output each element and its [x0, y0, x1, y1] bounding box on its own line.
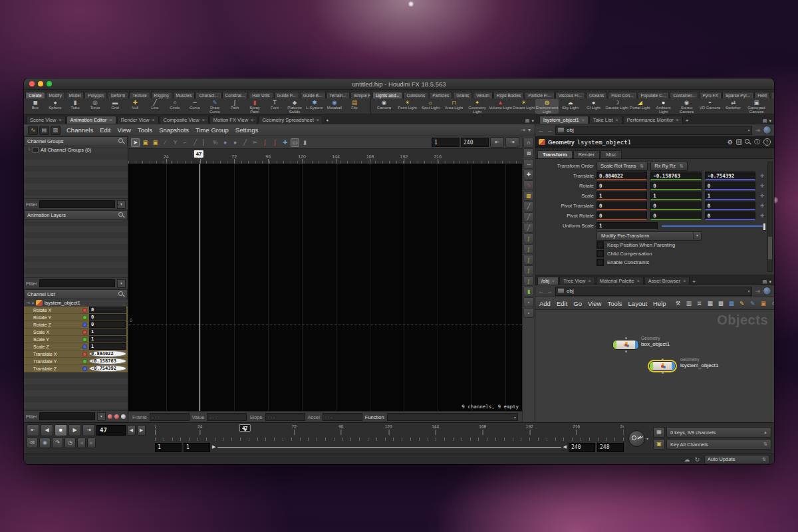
- z-value-field[interactable]: 0: [705, 182, 755, 190]
- shelf-tab[interactable]: Sparse Pyr...: [722, 92, 753, 98]
- stop-button[interactable]: ■: [55, 424, 67, 436]
- shelf-tab[interactable]: Polygon: [84, 92, 107, 98]
- pane-menu-icon[interactable]: ▾: [528, 127, 531, 133]
- shelf-tool[interactable]: ✚ Null: [125, 99, 145, 114]
- flatten-out-icon[interactable]: ʃ: [271, 138, 279, 147]
- snap-grid-icon[interactable]: ▭: [291, 138, 299, 147]
- path-field[interactable]: obj ▾: [555, 126, 752, 135]
- pane-tab[interactable]: Tree View ×: [559, 277, 595, 285]
- filter-dropdown-icon[interactable]: ▾: [97, 412, 106, 421]
- checkbox[interactable]: [597, 259, 604, 266]
- shelf-tool[interactable]: ◓ VR Camera: [698, 99, 722, 114]
- search-icon[interactable]: [745, 139, 751, 145]
- menu-item[interactable]: Channels: [66, 126, 93, 134]
- pane-tab[interactable]: Animation Editor ×: [66, 116, 116, 124]
- graph-range-start-field[interactable]: 1: [432, 138, 460, 147]
- close-tab-icon[interactable]: ×: [110, 118, 112, 122]
- channel-node-row[interactable]: ⇥ ▾ lsystem_object1: [24, 299, 128, 307]
- slope-field[interactable]: - - -: [265, 413, 305, 421]
- x-value-field[interactable]: 0.884022: [597, 172, 647, 180]
- scope-channels-icon[interactable]: [108, 414, 112, 419]
- list-view-icon[interactable]: ≣: [696, 299, 704, 307]
- frame-field[interactable]: - - -: [150, 413, 190, 421]
- playhead-line[interactable]: [199, 164, 200, 411]
- maximize-window-icon[interactable]: [47, 81, 52, 86]
- key-point-icon[interactable]: ●: [221, 138, 229, 147]
- y-value-field[interactable]: -0.158763: [650, 172, 701, 180]
- cut-keys-icon[interactable]: ✂: [251, 138, 259, 147]
- pin-pane-icon[interactable]: ⇥: [521, 127, 525, 133]
- shelf-tab[interactable]: Guide B...: [300, 92, 326, 98]
- close-tab-icon[interactable]: ×: [589, 279, 591, 283]
- back-icon[interactable]: ←: [538, 288, 544, 295]
- shelf-tool[interactable]: ✎ Draw Curve: [205, 99, 225, 114]
- audio-curve-icon[interactable]: ∿: [523, 180, 534, 190]
- shelf-tab[interactable]: Fluid Con...: [608, 92, 636, 98]
- z-value-field[interactable]: 1: [705, 192, 755, 200]
- graph-editor-icon[interactable]: ∿: [28, 126, 38, 135]
- shelf-tool[interactable]: ☀ Point Light: [396, 99, 419, 114]
- shelf-tool[interactable]: ☽ Caustic Light: [605, 99, 628, 114]
- shelf-tab[interactable]: Simple FX: [350, 92, 370, 98]
- shelf-tab[interactable]: Model: [66, 92, 84, 98]
- set-key-button[interactable]: [628, 430, 645, 447]
- frame-range-icon[interactable]: ↔: [523, 159, 534, 169]
- filter-input[interactable]: [39, 412, 95, 420]
- filter-input[interactable]: [39, 200, 115, 208]
- help-icon[interactable]: ?: [763, 138, 771, 146]
- close-tab-icon[interactable]: ×: [582, 118, 585, 122]
- shelf-tool[interactable]: ✦ Geometry Light: [466, 99, 489, 114]
- timeline-ruler[interactable]: 1247296120144168192216240 47: [155, 424, 624, 442]
- range-start-field[interactable]: 1: [184, 443, 210, 452]
- shelf-tool[interactable]: ʃ Path: [225, 99, 245, 114]
- next-frame-button[interactable]: ▶: [137, 425, 146, 436]
- y-value-field[interactable]: 0: [650, 182, 701, 190]
- shelf-tool[interactable]: ✱ L-System: [305, 99, 325, 114]
- node-lsystem-object1[interactable]: [650, 362, 675, 370]
- key-tool3-icon[interactable]: ╱: [523, 223, 534, 233]
- channel-color-dot[interactable]: [82, 308, 87, 313]
- accel-field[interactable]: - - -: [323, 413, 362, 421]
- crosshair-icon[interactable]: ✚: [281, 138, 289, 147]
- ladder-handle-icon[interactable]: ✛: [758, 203, 766, 209]
- wrench-icon[interactable]: ⚒: [674, 299, 682, 307]
- expand-icon[interactable]: ▾: [32, 301, 34, 305]
- parameter-tab[interactable]: Render: [573, 150, 600, 158]
- frame-all-icon[interactable]: ⊠: [523, 148, 534, 158]
- global-end-field[interactable]: 248: [597, 443, 624, 452]
- graph-playhead-label[interactable]: 47: [194, 150, 203, 158]
- shelf-tab[interactable]: Muscles: [173, 92, 196, 98]
- chevron-down-icon[interactable]: ▾: [747, 128, 749, 132]
- go-to-start-button[interactable]: ⇤: [27, 424, 39, 436]
- shelf-tool[interactable]: ⊓ Area Light: [442, 99, 466, 114]
- checkbox[interactable]: [597, 241, 604, 249]
- shelf-tool[interactable]: ● Ambient Light: [652, 99, 675, 114]
- checkbox[interactable]: [597, 250, 604, 257]
- shelf-tool[interactable]: ⇄ Switcher: [722, 99, 745, 114]
- filter-dropdown-icon[interactable]: ▾: [117, 200, 126, 209]
- key-tool2-icon[interactable]: ╱: [523, 212, 534, 222]
- table-view-icon[interactable]: ▥: [51, 126, 61, 135]
- timeline-playhead[interactable]: 47: [239, 424, 250, 432]
- close-tab-icon[interactable]: ×: [683, 279, 686, 283]
- forward-icon[interactable]: →: [547, 288, 553, 295]
- network-box-icon[interactable]: ▣: [759, 299, 767, 307]
- current-frame-field[interactable]: 47: [96, 425, 126, 436]
- node-box-object1[interactable]: [613, 340, 638, 349]
- ladder-handle-icon[interactable]: ✛: [758, 173, 766, 179]
- play-reverse-button[interactable]: ◀: [41, 424, 53, 436]
- menu-item[interactable]: Time Group: [196, 126, 229, 134]
- channel-value[interactable]: -0.158763: [89, 358, 126, 364]
- channel-value[interactable]: 1: [89, 336, 126, 342]
- titlebar[interactable]: untitled.hip - Houdini FX 18.5.563: [24, 78, 774, 90]
- box-select-keys-icon[interactable]: ▣: [141, 138, 150, 147]
- pin-pane-icon[interactable]: ⇥: [755, 288, 760, 295]
- channel-row[interactable]: Rotate Y 0: [24, 314, 128, 321]
- pane-tab[interactable]: Geometry Spreadsheet ×: [258, 116, 323, 124]
- close-tab-icon[interactable]: ×: [676, 118, 679, 122]
- shelf-tool[interactable]: ● GI Light: [582, 99, 605, 114]
- shelf-tool[interactable]: ▣ Gamepad Camera: [745, 99, 768, 114]
- channel-row[interactable]: Scale Y 1: [24, 336, 128, 343]
- jump-start-button[interactable]: ⇤: [490, 137, 504, 148]
- function-field[interactable]: ▾: [387, 413, 518, 421]
